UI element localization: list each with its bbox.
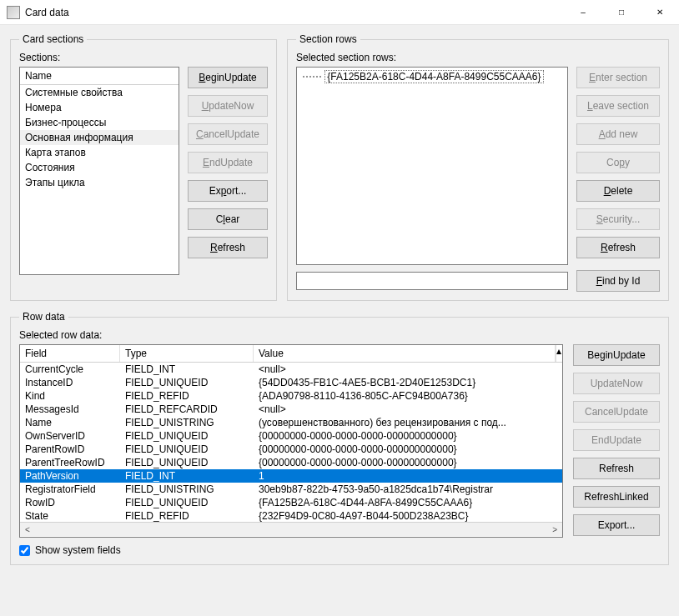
- delete-button[interactable]: Delete: [576, 180, 660, 202]
- cell-value: {00000000-0000-0000-0000-000000000000}: [254, 443, 562, 456]
- selected-row-data-label: Selected row data:: [19, 329, 660, 341]
- minimize-button[interactable]: –: [564, 0, 602, 25]
- table-row[interactable]: ParentTreeRowIDFIELD_UNIQUEID{00000000-0…: [20, 456, 562, 469]
- card-sections-legend: Card sections: [19, 33, 87, 45]
- scroll-left-icon[interactable]: <: [22, 525, 33, 534]
- cell-value: <null>: [254, 363, 562, 376]
- cell-value: (усовершенствованного) без рецензировани…: [254, 416, 562, 429]
- section-rows-legend: Section rows: [296, 33, 360, 45]
- sections-item[interactable]: Основная информация: [20, 130, 179, 145]
- leave-section-button: Leave section: [576, 95, 660, 117]
- add-new-button: Add new: [576, 123, 660, 145]
- rowdata-begin-update-button[interactable]: BeginUpdate: [573, 344, 660, 366]
- table-row[interactable]: NameFIELD_UNISTRING(усовершенствованного…: [20, 416, 562, 429]
- table-row[interactable]: PathVersionFIELD_INT1: [20, 469, 562, 483]
- table-row[interactable]: StateFIELD_REFID{232F94D9-0C80-4A97-B044…: [20, 509, 562, 522]
- table-row[interactable]: CurrentCycleFIELD_INT<null>: [20, 363, 562, 376]
- sections-item[interactable]: Состояния: [20, 160, 179, 175]
- tree-connector-icon: ⋯⋯: [302, 71, 322, 83]
- sections-item[interactable]: Номера: [20, 100, 179, 115]
- table-row[interactable]: MessagesIdFIELD_REFCARDID<null>: [20, 403, 562, 416]
- table-row[interactable]: RegistratorFieldFIELD_UNISTRING30eb9b87-…: [20, 483, 562, 496]
- cell-field: PathVersion: [20, 469, 120, 483]
- window-title: Card data: [25, 7, 564, 18]
- cell-field: OwnServerID: [20, 429, 120, 443]
- rowdata-export-button[interactable]: Export...: [573, 514, 660, 536]
- end-update-button: EndUpdate: [188, 152, 268, 173]
- show-system-fields-checkbox[interactable]: [19, 545, 30, 556]
- rowdata-update-now-button: UpdateNow: [573, 373, 660, 394]
- sections-item[interactable]: Этапы цикла: [20, 175, 179, 190]
- section-rows-tree[interactable]: ⋯⋯ {FA125B2A-618C-4D44-A8FA-8499C55CAAA6…: [296, 67, 568, 265]
- cell-field: State: [20, 509, 120, 522]
- cell-value: {54DD0435-FB1C-4AE5-BCB1-2D40E1253DC1}: [254, 376, 562, 389]
- rowdata-refresh-button[interactable]: Refresh: [573, 458, 660, 479]
- cell-type: FIELD_UNIQUEID: [120, 376, 254, 389]
- cell-field: ParentRowID: [20, 443, 120, 456]
- export-button[interactable]: Export...: [188, 180, 268, 202]
- cell-type: FIELD_UNISTRING: [120, 483, 254, 496]
- cell-field: ParentTreeRowID: [20, 456, 120, 469]
- card-sections-buttons: BeginUpdate UpdateNow CancelUpdate EndUp…: [188, 67, 268, 275]
- scroll-right-icon[interactable]: >: [549, 525, 561, 534]
- col-header-field[interactable]: Field: [20, 345, 120, 362]
- cell-field: InstanceID: [20, 376, 120, 389]
- cell-value: 30eb9b87-822b-4753-9a50-a1825dca1b74\Reg…: [254, 483, 562, 496]
- table-row[interactable]: KindFIELD_REFID{ADA90798-8110-4136-805C-…: [20, 389, 562, 403]
- cell-value: <null>: [254, 403, 562, 416]
- titlebar: Card data – □ ✕: [0, 0, 679, 25]
- cell-type: FIELD_INT: [120, 469, 254, 483]
- cell-type: FIELD_UNIQUEID: [120, 443, 254, 456]
- cell-value: {ADA90798-8110-4136-805C-AFC94B00A736}: [254, 389, 562, 403]
- table-row[interactable]: RowIDFIELD_UNIQUEID{FA125B2A-618C-4D44-A…: [20, 496, 562, 509]
- sections-listbox[interactable]: Name Системные свойстваНомераБизнес-проц…: [19, 67, 179, 275]
- grid-header: Field Type Value ▴: [20, 345, 562, 363]
- rowdata-refresh-linked-button[interactable]: RefreshLinked: [573, 486, 660, 508]
- cell-field: RegistratorField: [20, 483, 120, 496]
- sections-item[interactable]: Бизнес-процессы: [20, 115, 179, 130]
- sections-label: Sections:: [19, 52, 268, 63]
- security-button: Security...: [576, 208, 660, 230]
- tree-node[interactable]: ⋯⋯ {FA125B2A-618C-4D44-A8FA-8499C55CAAA6…: [302, 71, 562, 83]
- table-row[interactable]: ParentRowIDFIELD_UNIQUEID{00000000-0000-…: [20, 443, 562, 456]
- sections-item[interactable]: Системные свойства: [20, 85, 179, 100]
- table-row[interactable]: InstanceIDFIELD_UNIQUEID{54DD0435-FB1C-4…: [20, 376, 562, 389]
- app-icon: [7, 6, 20, 19]
- maximize-button[interactable]: □: [602, 0, 641, 25]
- cell-field: RowID: [20, 496, 120, 509]
- cell-field: Kind: [20, 389, 120, 403]
- grid-horizontal-scrollbar[interactable]: < >: [20, 522, 562, 536]
- copy-button: Copy: [576, 152, 660, 173]
- find-by-id-input[interactable]: [296, 272, 568, 290]
- begin-update-button[interactable]: BeginUpdate: [188, 67, 268, 88]
- sections-item[interactable]: Карта этапов: [20, 145, 179, 160]
- cell-value: 1: [254, 469, 562, 483]
- rowdata-cancel-update-button: CancelUpdate: [573, 401, 660, 423]
- find-by-id-button[interactable]: Find by Id: [576, 270, 660, 292]
- show-system-fields-label[interactable]: Show system fields: [35, 544, 121, 556]
- close-button[interactable]: ✕: [641, 0, 679, 25]
- enter-section-button: Enter section: [576, 67, 660, 88]
- clear-button[interactable]: Clear: [188, 208, 268, 230]
- cell-field: Name: [20, 416, 120, 429]
- section-rows-buttons: Enter section Leave section Add new Copy…: [576, 67, 660, 265]
- col-header-type[interactable]: Type: [120, 345, 254, 362]
- rowdata-end-update-button: EndUpdate: [573, 429, 660, 451]
- update-now-button: UpdateNow: [188, 95, 268, 117]
- row-data-grid[interactable]: Field Type Value ▴ CurrentCycleFIELD_INT…: [19, 344, 563, 538]
- tree-node-label: {FA125B2A-618C-4D44-A8FA-8499C55CAAA6}: [324, 70, 543, 83]
- cell-type: FIELD_UNIQUEID: [120, 456, 254, 469]
- sections-header: Name: [20, 68, 179, 85]
- row-data-group: Row data Selected row data: Field Type V…: [10, 311, 669, 565]
- refresh-button[interactable]: Refresh: [188, 237, 268, 258]
- cell-type: FIELD_UNISTRING: [120, 416, 254, 429]
- refresh-rows-button[interactable]: Refresh: [576, 237, 660, 258]
- col-header-value[interactable]: Value: [254, 345, 556, 362]
- cell-type: FIELD_INT: [120, 363, 254, 376]
- cell-type: FIELD_UNIQUEID: [120, 429, 254, 443]
- cell-type: FIELD_REFID: [120, 389, 254, 403]
- section-rows-group: Section rows Selected section rows: ⋯⋯ {…: [287, 33, 669, 301]
- cell-field: CurrentCycle: [20, 363, 120, 376]
- selected-section-rows-label: Selected section rows:: [296, 52, 660, 63]
- table-row[interactable]: OwnServerIDFIELD_UNIQUEID{00000000-0000-…: [20, 429, 562, 443]
